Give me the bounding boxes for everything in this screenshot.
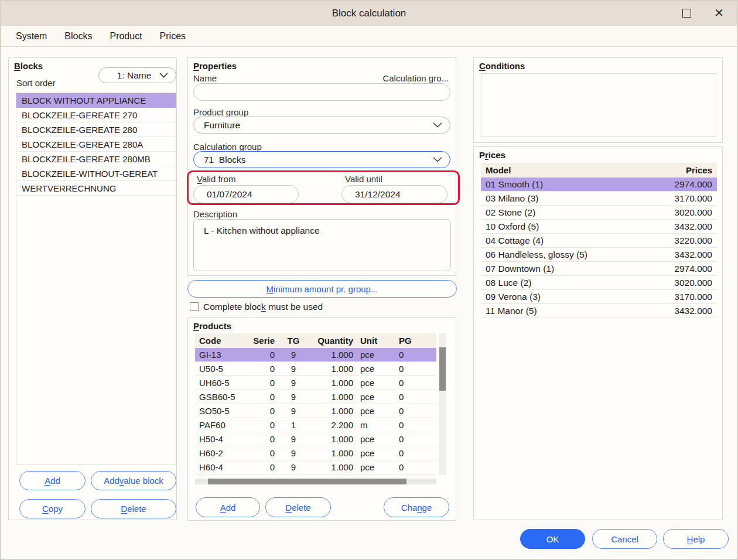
table-cell: 0 [391, 362, 436, 376]
table-row[interactable]: 07 Downtown (1)2974.000 [481, 262, 717, 276]
product-delete-button[interactable]: Delete [265, 497, 331, 517]
calculation-group-value: 71 Blocks [204, 155, 433, 165]
vertical-scrollbar[interactable] [439, 333, 446, 475]
complete-block-checkbox[interactable] [190, 302, 199, 311]
table-row[interactable]: H60-4091.000pce0 [195, 460, 436, 474]
menu-item-prices[interactable]: Prices [160, 31, 186, 42]
delete-button[interactable]: Delete [91, 499, 176, 518]
table-row[interactable]: 01 Smooth (1)2974.000 [481, 177, 717, 192]
table-cell: 0 [243, 376, 278, 390]
table-cell: pce [357, 432, 391, 446]
horizontal-scrollbar[interactable] [195, 479, 436, 484]
prices-table-header: Model Prices [481, 163, 717, 177]
copy-button[interactable]: Copy [19, 499, 86, 518]
table-cell: GSB60-5 [195, 390, 243, 404]
model-cell: 09 Verona (3) [486, 290, 541, 303]
table-row[interactable]: H50-4091.000pce0 [195, 432, 436, 446]
table-row[interactable]: 09 Verona (3)3170.000 [481, 290, 717, 304]
conditions-panel: Conditions [473, 57, 723, 143]
table-cell: GI-13 [195, 348, 243, 362]
table-row[interactable]: H60-2091.000pce0 [195, 446, 436, 460]
model-cell: 04 Cottage (4) [486, 234, 544, 247]
table-cell: 1.000 [309, 446, 357, 460]
menu-item-product[interactable]: Product [110, 31, 142, 42]
product-change-button[interactable]: Change [384, 497, 449, 517]
table-cell: H60-4 [195, 460, 243, 474]
minimum-amount-button[interactable]: Minimum amount pr. group... [187, 280, 457, 298]
price-cell: 3170.000 [674, 290, 712, 303]
table-row[interactable]: 10 Oxford (5)3432.000 [481, 220, 717, 234]
sort-order-value: 1: Name [109, 70, 159, 81]
table-row[interactable]: 02 Stone (2)3020.000 [481, 206, 717, 220]
list-item[interactable]: BLOCKZEILE-GEREATE 270 [16, 108, 176, 122]
list-item[interactable]: BLOCK WITHOUT APPLIANCE [16, 93, 176, 108]
product-group-select[interactable]: Furniture [193, 117, 450, 134]
add-button[interactable]: Add [19, 471, 86, 490]
list-item[interactable]: BLOCKZEILE-WITHOUT-GEREAT [16, 166, 176, 181]
conditions-panel-title: Conditions [479, 61, 525, 71]
product-add-button[interactable]: Add [196, 497, 260, 517]
help-button[interactable]: Help [663, 529, 729, 549]
valid-from-input[interactable] [193, 185, 299, 203]
valid-until-label: Valid until [345, 174, 382, 184]
scrollbar-thumb[interactable] [439, 347, 446, 391]
scrollbar-thumb[interactable] [208, 479, 406, 484]
add-value-block-button[interactable]: Add value block [91, 471, 176, 490]
table-row[interactable]: 04 Cottage (4)3220.000 [481, 234, 717, 248]
name-input[interactable] [193, 83, 450, 101]
products-table-header: CodeSerieTGQuantityUnitPG [195, 333, 436, 348]
table-row[interactable]: PAF60012.200m0 [195, 418, 436, 432]
table-cell: 0 [391, 460, 436, 474]
chevron-down-icon [433, 122, 442, 128]
table-row[interactable]: 11 Manor (5)3432.000 [481, 304, 717, 318]
model-cell: 11 Manor (5) [486, 304, 537, 317]
list-item[interactable]: WERTVERRECHNUNG [16, 181, 176, 196]
sort-order-select[interactable]: 1: Name [98, 67, 176, 83]
model-cell: 10 Oxford (5) [486, 220, 539, 233]
table-cell: 9 [278, 404, 309, 418]
table-cell: 1.000 [309, 376, 357, 390]
chevron-down-icon [159, 73, 168, 78]
table-cell: 0 [391, 348, 436, 362]
model-cell: 03 Milano (3) [486, 192, 538, 205]
close-icon[interactable]: ✕ [714, 5, 724, 21]
table-cell: pce [357, 460, 391, 474]
table-cell: 0 [391, 446, 436, 460]
table-row[interactable]: 03 Milano (3)3170.000 [481, 192, 717, 206]
blocks-panel: Blocks Sort order 1: Name BLOCK WITHOUT … [8, 57, 177, 520]
table-cell: 1.000 [309, 404, 357, 418]
table-row[interactable]: U50-5091.000pce0 [195, 362, 436, 376]
menu-item-blocks[interactable]: Blocks [64, 31, 92, 42]
table-cell: PAF60 [195, 418, 243, 432]
valid-from-label: Valid from [197, 174, 235, 184]
cancel-button[interactable]: Cancel [592, 529, 657, 549]
table-row[interactable]: UH60-5091.000pce0 [195, 376, 436, 390]
conditions-box[interactable] [481, 73, 716, 137]
table-row[interactable]: GI-13091.000pce0 [195, 348, 436, 362]
table-row[interactable]: GSB60-5091.000pce0 [195, 390, 436, 404]
table-cell: 9 [278, 348, 309, 362]
table-cell: pce [357, 376, 391, 390]
model-cell: 08 Luce (2) [486, 276, 531, 289]
menu-bar: System Blocks Product Prices [1, 26, 737, 47]
table-row[interactable]: SO50-5091.000pce0 [195, 404, 436, 418]
maximize-icon[interactable] [682, 9, 691, 18]
column-header: Serie [243, 333, 278, 348]
valid-until-input[interactable] [341, 185, 447, 203]
list-item[interactable]: BLOCKZEILE-GEREATE 280A [16, 137, 176, 152]
description-label: Description [193, 209, 237, 219]
list-item[interactable]: BLOCKZEILE-GEREATE 280MB [16, 152, 176, 166]
table-row[interactable]: 08 Luce (2)3020.000 [481, 276, 717, 290]
table-cell: UH60-5 [195, 376, 243, 390]
table-cell: 9 [278, 432, 309, 446]
ok-button[interactable]: OK [520, 529, 585, 549]
description-textarea[interactable]: L - Kitchen without appliance [193, 219, 451, 271]
model-cell: 06 Handleless, glossy (5) [486, 248, 587, 261]
table-cell: pce [357, 348, 391, 362]
menu-item-system[interactable]: System [16, 31, 47, 42]
calculation-group-select[interactable]: 71 Blocks [193, 151, 450, 168]
list-item[interactable]: BLOCKZEILE-GEREATE 280 [16, 122, 176, 137]
table-row[interactable]: 06 Handleless, glossy (5)3432.000 [481, 248, 717, 262]
prices-panel: Prices Model Prices 01 Smooth (1)2974.00… [473, 146, 723, 520]
table-cell: 1.000 [309, 390, 357, 404]
